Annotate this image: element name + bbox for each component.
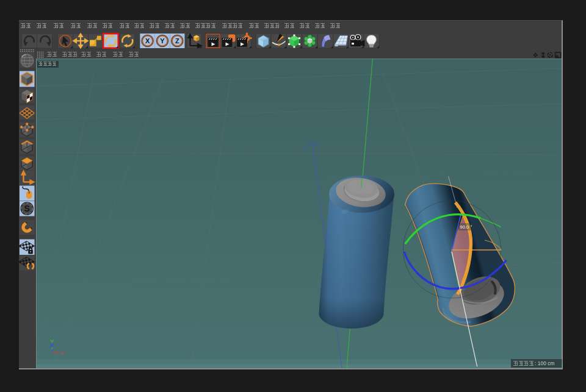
svg-text:X: X xyxy=(61,351,65,356)
svg-text:Y: Y xyxy=(160,37,165,45)
svg-text:X: X xyxy=(145,37,150,45)
svg-text:S: S xyxy=(24,204,30,213)
svg-text:Z: Z xyxy=(175,37,179,45)
svg-text:90.0 °: 90.0 ° xyxy=(460,224,472,230)
